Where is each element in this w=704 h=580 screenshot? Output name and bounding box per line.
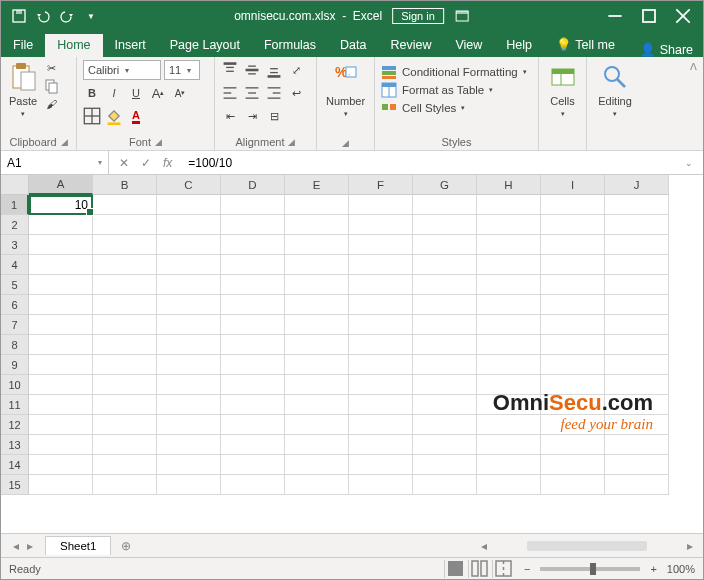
font-size-select[interactable]: 11▾ xyxy=(164,60,200,80)
cell[interactable] xyxy=(157,415,221,435)
align-top-icon[interactable] xyxy=(221,61,239,79)
cell[interactable] xyxy=(541,435,605,455)
cell[interactable] xyxy=(541,415,605,435)
qat-dropdown-icon[interactable]: ▼ xyxy=(83,8,99,24)
col-header[interactable]: C xyxy=(157,175,221,195)
tab-review[interactable]: Review xyxy=(378,34,443,57)
cell[interactable] xyxy=(541,215,605,235)
cell[interactable]: 10 xyxy=(29,195,93,215)
font-launcher-icon[interactable]: ◢ xyxy=(155,137,162,147)
italic-button[interactable]: I xyxy=(105,84,123,102)
cell[interactable] xyxy=(477,475,541,495)
share-button[interactable]: 👤 Share xyxy=(640,42,693,57)
cell[interactable] xyxy=(93,235,157,255)
format-as-table-button[interactable]: Format as Table▾ xyxy=(381,82,532,98)
ribbon-display-icon[interactable] xyxy=(454,8,470,24)
border-icon[interactable] xyxy=(83,107,101,125)
col-header[interactable]: E xyxy=(285,175,349,195)
cell[interactable] xyxy=(93,195,157,215)
cell[interactable] xyxy=(29,455,93,475)
cell[interactable] xyxy=(477,355,541,375)
cell[interactable] xyxy=(29,215,93,235)
tab-home[interactable]: Home xyxy=(45,34,102,57)
cell[interactable] xyxy=(477,455,541,475)
align-left-icon[interactable] xyxy=(221,84,239,102)
hscroll-left-icon[interactable]: ◂ xyxy=(481,539,487,553)
cell[interactable] xyxy=(221,435,285,455)
cell[interactable] xyxy=(29,375,93,395)
increase-indent-icon[interactable]: ⇥ xyxy=(243,107,261,125)
row-header[interactable]: 3 xyxy=(1,235,29,255)
cell[interactable] xyxy=(541,315,605,335)
cell[interactable] xyxy=(221,195,285,215)
align-middle-icon[interactable] xyxy=(243,61,261,79)
maximize-icon[interactable] xyxy=(641,8,657,24)
row-header[interactable]: 4 xyxy=(1,255,29,275)
collapse-ribbon-icon[interactable]: ᐱ xyxy=(684,57,703,150)
fill-color-icon[interactable] xyxy=(105,107,123,125)
minimize-icon[interactable] xyxy=(607,8,623,24)
cell[interactable] xyxy=(413,455,477,475)
font-color-icon[interactable]: A xyxy=(127,107,145,125)
cell[interactable] xyxy=(541,355,605,375)
cell[interactable] xyxy=(93,395,157,415)
col-header[interactable]: A xyxy=(29,175,93,195)
cell[interactable] xyxy=(29,435,93,455)
cell[interactable] xyxy=(29,315,93,335)
cell[interactable] xyxy=(285,255,349,275)
cell[interactable] xyxy=(221,275,285,295)
cell[interactable] xyxy=(477,315,541,335)
cell[interactable] xyxy=(413,275,477,295)
cell[interactable] xyxy=(541,455,605,475)
cell[interactable] xyxy=(477,375,541,395)
cell[interactable] xyxy=(285,315,349,335)
increase-font-icon[interactable]: A▴ xyxy=(149,84,167,102)
orientation-icon[interactable]: ⤢ xyxy=(287,61,305,79)
cell[interactable] xyxy=(285,355,349,375)
cell[interactable] xyxy=(413,255,477,275)
cell[interactable] xyxy=(605,475,669,495)
cut-icon[interactable]: ✂ xyxy=(43,60,59,76)
redo-icon[interactable] xyxy=(59,8,75,24)
number-launcher-icon[interactable]: ◢ xyxy=(342,138,349,148)
cell[interactable] xyxy=(349,255,413,275)
undo-icon[interactable] xyxy=(35,8,51,24)
cell[interactable] xyxy=(29,275,93,295)
cell[interactable] xyxy=(413,355,477,375)
tab-data[interactable]: Data xyxy=(328,34,378,57)
cell[interactable] xyxy=(157,235,221,255)
cell[interactable] xyxy=(221,355,285,375)
col-header[interactable]: G xyxy=(413,175,477,195)
cell[interactable] xyxy=(157,335,221,355)
page-break-icon[interactable] xyxy=(492,560,514,578)
cell[interactable] xyxy=(221,315,285,335)
cell[interactable] xyxy=(541,255,605,275)
cell[interactable] xyxy=(157,215,221,235)
cell[interactable] xyxy=(413,395,477,415)
cell[interactable] xyxy=(605,395,669,415)
cell[interactable] xyxy=(605,415,669,435)
cell[interactable] xyxy=(157,435,221,455)
cell[interactable] xyxy=(349,455,413,475)
cell[interactable] xyxy=(93,355,157,375)
cell[interactable] xyxy=(541,375,605,395)
cell[interactable] xyxy=(29,395,93,415)
cell[interactable] xyxy=(413,335,477,355)
cell[interactable] xyxy=(157,295,221,315)
cell[interactable] xyxy=(93,255,157,275)
sheet-tab-sheet1[interactable]: Sheet1 xyxy=(45,536,111,555)
normal-view-icon[interactable] xyxy=(444,560,466,578)
cell[interactable] xyxy=(349,475,413,495)
cell[interactable] xyxy=(477,395,541,415)
cell[interactable] xyxy=(605,435,669,455)
cancel-formula-icon[interactable]: ✕ xyxy=(119,156,129,170)
cell[interactable] xyxy=(29,335,93,355)
cell[interactable] xyxy=(349,275,413,295)
cell[interactable] xyxy=(157,195,221,215)
cell[interactable] xyxy=(349,415,413,435)
cell[interactable] xyxy=(221,475,285,495)
alignment-launcher-icon[interactable]: ◢ xyxy=(288,137,295,147)
cell[interactable] xyxy=(349,315,413,335)
cell[interactable] xyxy=(605,275,669,295)
cell[interactable] xyxy=(29,295,93,315)
